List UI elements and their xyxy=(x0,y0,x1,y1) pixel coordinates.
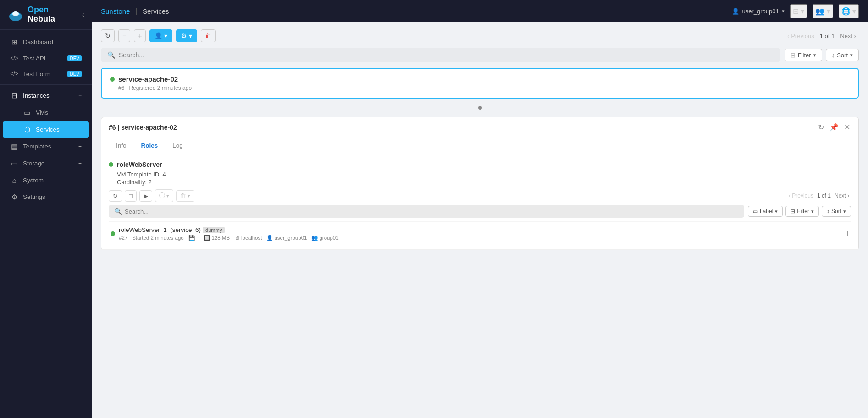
search-icon: 🔍 xyxy=(107,51,115,59)
sidebar-item-templates[interactable]: ▤ Templates + xyxy=(3,138,89,155)
sidebar-item-label: Storage xyxy=(23,160,44,167)
vm-refresh-button[interactable]: ↻ xyxy=(109,190,122,202)
sidebar-item-services[interactable]: ⬡ Services xyxy=(3,121,89,138)
inner-search-filter-row: 🔍 ▭ Label ▾ ⊟ Filter ▾ xyxy=(109,205,851,218)
vm-user: 👤 user_group01 xyxy=(266,235,307,241)
inner-prev-button[interactable]: ‹ Previous xyxy=(787,192,815,199)
role-header: roleWebServer xyxy=(109,161,851,168)
actions-dropdown-button[interactable]: ⚙ ▾ xyxy=(176,29,197,42)
actions-label: ▾ xyxy=(189,32,192,39)
user-menu[interactable]: 👤 user_group01 ▾ xyxy=(732,8,784,15)
delete-chevron: ▾ xyxy=(188,193,190,199)
actions-icon: ⚙ xyxy=(181,32,187,39)
inner-search-input[interactable] xyxy=(125,208,739,215)
topbar-right: 👤 user_group01 ▾ ⊞ ▾ 👥 ▾ 🌐 ▾ xyxy=(732,4,859,18)
add-button[interactable]: + xyxy=(134,29,146,42)
globe-button[interactable]: 🌐 ▾ xyxy=(839,4,859,18)
sidebar-item-system[interactable]: ⌂ System + xyxy=(3,172,89,188)
vm-host-text: localhost xyxy=(241,235,262,241)
logo-text: OpenNebula xyxy=(28,6,55,24)
detail-refresh-button[interactable]: ↻ xyxy=(817,122,825,132)
sidebar-item-label: Test Form xyxy=(23,71,50,77)
sidebar-item-storage[interactable]: ▭ Storage + xyxy=(3,155,89,172)
info-icon: ⓘ xyxy=(159,192,165,200)
sort-icon: ↕ xyxy=(832,52,835,59)
main-content: Sunstone | Services 👤 user_group01 ▾ ⊞ ▾… xyxy=(92,0,868,418)
vm-started: Started 2 minutes ago xyxy=(132,235,184,241)
expand-icon-4: + xyxy=(78,177,82,183)
search-input[interactable] xyxy=(119,51,774,59)
inner-filter-button[interactable]: ⊟ Filter ▾ xyxy=(785,206,819,217)
sidebar-item-vms[interactable]: ▭ VMs xyxy=(3,104,89,121)
sidebar-item-dashboard[interactable]: ⊞ Dashboard xyxy=(3,34,89,50)
vm-storage: 💾 − xyxy=(188,235,199,241)
owner-icon: 👤 xyxy=(155,32,162,39)
detail-header: #6 | service-apache-02 ↻ 📌 ✕ xyxy=(101,117,858,138)
tab-roles[interactable]: Roles xyxy=(134,138,166,154)
sidebar-item-settings[interactable]: ⚙ Settings xyxy=(3,189,89,205)
detail-pin-button[interactable]: 📌 xyxy=(829,122,840,132)
vm-delete-dropdown-button[interactable]: 🗑 ▾ xyxy=(176,190,194,202)
vm-list-item[interactable]: roleWebServer_1_(service_6) dummy #27 St… xyxy=(109,221,851,246)
sidebar-item-test-form[interactable]: </> Test Form DEV xyxy=(3,66,89,82)
service-registered: Registered 2 minutes ago xyxy=(129,85,192,91)
inner-page-info: 1 of 1 xyxy=(817,192,831,199)
delete-button[interactable]: 🗑 xyxy=(201,29,216,42)
inner-next-button[interactable]: Next › xyxy=(833,192,851,199)
inner-filter-label: Filter xyxy=(797,208,809,214)
role-name: roleWebServer xyxy=(117,161,162,168)
users-button[interactable]: 👥 ▾ xyxy=(813,4,833,18)
instances-icon: ⊟ xyxy=(10,92,18,100)
refresh-button[interactable]: ↻ xyxy=(101,29,115,42)
service-card[interactable]: service-apache-02 #6 Registered 2 minute… xyxy=(101,68,859,99)
sidebar-item-instances[interactable]: ⊟ Instances − xyxy=(3,88,89,104)
sidebar-item-test-api[interactable]: </> Test API DEV xyxy=(3,51,89,66)
label-button[interactable]: ▭ Label ▾ xyxy=(748,206,783,217)
sidebar-item-label: VMs xyxy=(36,109,48,116)
storage-icon-vm: 💾 xyxy=(188,235,195,241)
sidebar-item-label: System xyxy=(23,177,44,184)
dev-badge-2: DEV xyxy=(67,71,82,77)
search-filter-row: 🔍 ⊟ Filter ▾ ↕ Sort ▾ xyxy=(101,48,859,62)
vm-ram-text: 128 MB xyxy=(211,235,230,241)
service-card-header: service-apache-02 xyxy=(110,75,850,83)
dashboard-icon: ⊞ xyxy=(10,38,18,46)
inner-sort-button[interactable]: ↕ Sort ▾ xyxy=(822,206,851,217)
owner-dropdown-button[interactable]: 👤 ▾ xyxy=(149,29,172,42)
expand-icon: − xyxy=(78,93,82,99)
expand-icon-3: + xyxy=(78,160,82,167)
vm-play-button[interactable]: ▶ xyxy=(139,190,152,202)
storage-icon: ▭ xyxy=(10,160,18,168)
role-section: roleWebServer VM Template ID: 4 Cardinal… xyxy=(101,154,858,250)
main-pagination: ‹ Previous 1 of 1 Next › xyxy=(785,32,859,40)
search-container: 🔍 xyxy=(101,48,780,62)
vm-storage-sep: − xyxy=(196,235,199,241)
scroll-indicator xyxy=(101,104,859,111)
logo-icon xyxy=(7,6,24,23)
grid-view-button[interactable]: ⊞ ▾ xyxy=(790,4,807,18)
label-label: Label xyxy=(760,208,773,214)
sort-button[interactable]: ↕ Sort ▾ xyxy=(826,49,859,61)
page-info: 1 of 1 xyxy=(820,33,835,39)
next-page-button[interactable]: Next › xyxy=(837,32,859,40)
vm-square-button[interactable]: □ xyxy=(125,190,137,202)
vm-group: 👥 group01 xyxy=(311,235,338,241)
filter-button[interactable]: ⊟ Filter ▾ xyxy=(785,49,822,61)
prev-page-button[interactable]: ‹ Previous xyxy=(785,32,817,40)
sidebar: OpenNebula ‹ ⊞ Dashboard </> Test API DE… xyxy=(0,0,92,418)
minus-button[interactable]: − xyxy=(118,29,130,42)
sidebar-item-label: Services xyxy=(36,126,60,133)
username: user_group01 xyxy=(742,8,779,15)
code-icon-2: </> xyxy=(10,71,18,77)
vm-info: roleWebServer_1_(service_6) dummy #27 St… xyxy=(119,226,838,241)
inner-sort-chevron: ▾ xyxy=(843,209,846,214)
sort-chevron: ▾ xyxy=(850,52,853,58)
sidebar-item-label: Test API xyxy=(23,55,46,62)
vm-info-dropdown-button[interactable]: ⓘ ▾ xyxy=(155,189,173,202)
tab-info[interactable]: Info xyxy=(109,138,134,154)
tab-log[interactable]: Log xyxy=(165,138,190,154)
detail-title: #6 | service-apache-02 xyxy=(109,124,813,131)
detail-close-button[interactable]: ✕ xyxy=(843,122,851,132)
collapse-sidebar-button[interactable]: ‹ xyxy=(82,11,84,19)
host-icon: 🖥 xyxy=(234,235,240,241)
